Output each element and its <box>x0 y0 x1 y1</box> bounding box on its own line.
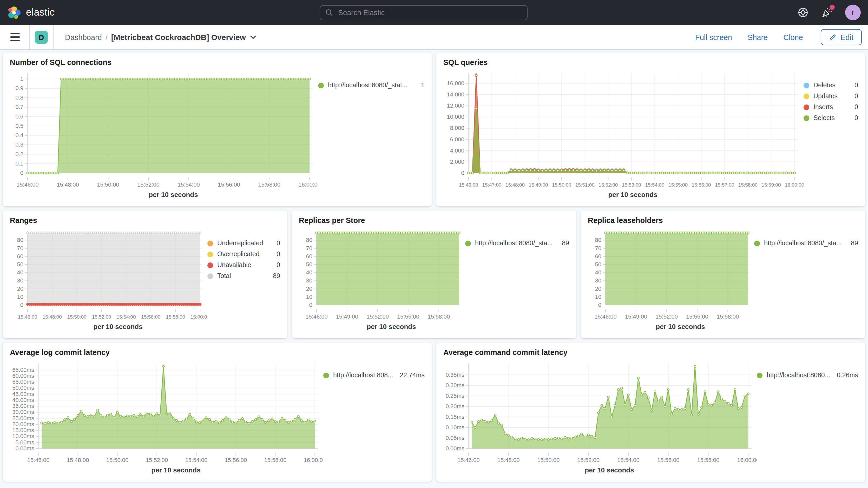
legend-item[interactable]: http://localhost:808...22.74ms <box>323 372 425 379</box>
news-button[interactable] <box>821 7 833 18</box>
menu-button[interactable] <box>6 30 24 44</box>
svg-text:0.00ms: 0.00ms <box>16 445 34 452</box>
legend-item[interactable]: http://localhost:8080/_sta...89 <box>465 240 569 247</box>
panel-title[interactable]: Ranges <box>10 215 280 226</box>
svg-text:0.30ms: 0.30ms <box>446 382 464 389</box>
sql-queries-chart[interactable]: 15:46:0015:47:0015:48:0015:49:0015:50:00… <box>443 68 804 191</box>
legend-series-dot <box>804 104 809 110</box>
legend-series-value: 22.74ms <box>395 372 425 379</box>
svg-text:20: 20 <box>595 285 601 292</box>
log-commit-latency-chart[interactable]: 15:46:0015:48:0015:50:0015:52:0015:54:00… <box>10 358 323 466</box>
x-axis-title: per 10 seconds <box>299 323 465 334</box>
svg-text:25.00ms: 25.00ms <box>12 415 34 422</box>
edit-button[interactable]: Edit <box>821 29 862 45</box>
svg-text:0.05ms: 0.05ms <box>446 435 464 441</box>
svg-text:2,000: 2,000 <box>450 158 464 165</box>
help-button[interactable] <box>797 7 809 18</box>
legend-item[interactable]: http://localhost:8080/_sta...89 <box>754 240 858 247</box>
dashboard-grid: Number of SQL connections 15:46:0015:48:… <box>0 50 868 482</box>
svg-text:0.20ms: 0.20ms <box>446 403 464 409</box>
svg-text:80: 80 <box>306 237 312 243</box>
legend-series-dot <box>754 240 760 246</box>
svg-text:15:46:00: 15:46:00 <box>17 181 39 188</box>
share-button[interactable]: Share <box>748 33 768 41</box>
command-commit-latency-chart[interactable]: 15:46:0015:48:0015:50:0015:52:0015:54:00… <box>443 358 757 466</box>
panel-title[interactable]: Number of SQL connections <box>10 57 425 68</box>
legend-item[interactable]: Underreplicated0 <box>207 240 280 247</box>
legend-series-name: http://localhost:8080/_sta... <box>764 240 842 247</box>
svg-text:15:53:00: 15:53:00 <box>622 182 641 188</box>
replica-leaseholders-chart[interactable]: 15:46:0015:49:0015:52:0015:55:0015:58:00… <box>588 226 754 323</box>
legend-series-dot <box>757 372 763 378</box>
global-search[interactable] <box>319 5 527 20</box>
svg-text:0.6: 0.6 <box>16 113 23 120</box>
legend-item[interactable]: Inserts0 <box>804 103 858 111</box>
svg-text:12,000: 12,000 <box>447 102 464 109</box>
breadcrumb-dashboard[interactable]: Dashboard <box>65 33 102 41</box>
svg-text:15:58:00: 15:58:00 <box>264 457 287 463</box>
avatar-initial: r <box>851 8 855 17</box>
chart-canvas: 15:46:0015:48:0015:50:0015:52:0015:54:00… <box>443 358 757 466</box>
svg-text:15:50:00: 15:50:00 <box>97 181 119 188</box>
panel-title[interactable]: SQL queries <box>443 57 858 68</box>
legend-series-value: 89 <box>846 240 858 247</box>
svg-text:15:46:00: 15:46:00 <box>459 182 478 188</box>
legend-item[interactable]: Deletes0 <box>804 82 858 89</box>
legend-series-dot <box>207 262 213 268</box>
pencil-icon <box>829 33 836 41</box>
legend-item[interactable]: Overreplicated0 <box>207 250 280 258</box>
legend-series-name: Total <box>217 272 231 280</box>
elastic-brand[interactable]: elastic <box>7 5 55 20</box>
elastic-logo <box>7 5 21 20</box>
panel-sql-queries: SQL queries 15:46:0015:47:0015:48:0015:4… <box>436 53 865 206</box>
toolbar-divider <box>29 25 30 49</box>
legend-series-dot <box>804 82 809 88</box>
ranges-chart[interactable]: 15:46:0015:48:0015:50:0015:52:0015:54:00… <box>10 226 207 323</box>
panel-title[interactable]: Average log commit latency <box>10 347 425 358</box>
svg-text:60: 60 <box>595 253 601 260</box>
chart-legend: http://localhost:8080/_stat...1 <box>318 68 425 202</box>
search-input[interactable] <box>337 8 522 17</box>
x-axis-title: per 10 seconds <box>10 466 323 478</box>
svg-text:0.9: 0.9 <box>16 85 23 91</box>
panel-title[interactable]: Replica leaseholders <box>588 215 858 226</box>
help-icon <box>797 7 809 18</box>
svg-text:15:52:00: 15:52:00 <box>366 313 389 320</box>
legend-item[interactable]: Selects0 <box>804 114 858 122</box>
chart-canvas: 15:46:0015:49:0015:52:0015:55:0015:58:00… <box>299 226 465 323</box>
svg-text:0: 0 <box>598 302 601 308</box>
legend-series-value: 0 <box>849 92 858 100</box>
svg-text:15:50:00: 15:50:00 <box>537 457 560 463</box>
avatar[interactable]: r <box>845 5 861 20</box>
svg-text:15:55:00: 15:55:00 <box>397 313 420 320</box>
svg-text:30: 30 <box>17 277 23 284</box>
svg-text:15:58:00: 15:58:00 <box>428 313 450 320</box>
legend-series-dot <box>318 82 324 88</box>
svg-text:15:49:00: 15:49:00 <box>625 313 647 320</box>
svg-text:16:00:00: 16:00:00 <box>304 457 323 463</box>
svg-text:0.8: 0.8 <box>16 94 23 101</box>
svg-text:50: 50 <box>17 261 23 268</box>
panel-title[interactable]: Replicas per Store <box>299 215 569 226</box>
legend-series-name: http://localhost:8080/_sta... <box>475 240 553 247</box>
sql-connections-chart[interactable]: 15:46:0015:48:0015:50:0015:52:0015:54:00… <box>10 68 318 191</box>
legend-item[interactable]: http://localhost:8080...0.26ms <box>757 372 858 379</box>
svg-text:40: 40 <box>306 269 312 276</box>
svg-text:15:49:00: 15:49:00 <box>529 182 548 188</box>
x-axis-title: per 10 seconds <box>443 466 757 478</box>
legend-item[interactable]: http://localhost:8080/_stat...1 <box>318 82 425 89</box>
panel-title[interactable]: Average command commit latency <box>443 347 858 358</box>
replicas-per-store-chart[interactable]: 15:46:0015:49:0015:52:0015:55:0015:58:00… <box>299 226 465 323</box>
clone-button[interactable]: Clone <box>783 33 803 41</box>
svg-text:30: 30 <box>595 277 601 284</box>
svg-text:55.00ms: 55.00ms <box>12 378 34 385</box>
legend-item[interactable]: Total89 <box>207 272 280 280</box>
svg-text:15:48:00: 15:48:00 <box>505 182 525 188</box>
page-title[interactable]: [Metricbeat CockroachDB] Overview <box>111 33 256 41</box>
space-badge[interactable]: D <box>35 31 48 44</box>
svg-text:15:58:00: 15:58:00 <box>166 314 185 319</box>
legend-item[interactable]: Unavailable0 <box>207 262 280 269</box>
full-screen-button[interactable]: Full screen <box>695 33 732 41</box>
svg-text:10: 10 <box>17 294 23 300</box>
legend-item[interactable]: Updates0 <box>804 92 858 100</box>
